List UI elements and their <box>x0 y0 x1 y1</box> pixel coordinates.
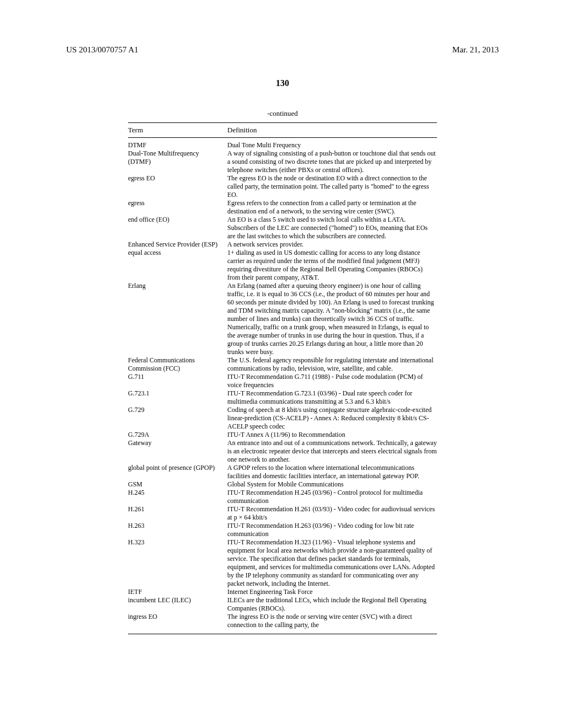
definition-cell: A GPOP refers to the location where inte… <box>227 464 437 480</box>
header-term: Term <box>128 125 227 135</box>
table-row: GSMGlobal System for Mobile Communicatio… <box>128 480 437 489</box>
page-header: US 2013/0070757 A1 Mar. 21, 2013 <box>66 44 499 55</box>
table-row: Dual-Tone Multifrequency (DTMF)A way of … <box>128 149 437 174</box>
definition-cell: ILECs are the traditional LECs, which in… <box>227 596 437 613</box>
definition-cell: ITU-T Recommendation G.723.1 (03/96) - D… <box>227 389 437 406</box>
table-row: egress EOThe egress EO is the node or de… <box>128 174 437 199</box>
definition-cell: ITU-T Recommendation H.323 (11/96) - Vis… <box>227 538 437 588</box>
term-cell: egress EO <box>128 174 227 199</box>
term-cell: Dual-Tone Multifrequency (DTMF) <box>128 149 227 174</box>
glossary-table: Term Definition DTMFDual Tone Multi Freq… <box>128 122 437 634</box>
table-body: DTMFDual Tone Multi FrequencyDual-Tone M… <box>128 138 437 634</box>
definition-cell: Dual Tone Multi Frequency <box>227 141 437 149</box>
table-row: Enhanced Service Provider (ESP)A network… <box>128 240 437 249</box>
publication-date: Mar. 21, 2013 <box>452 44 499 55</box>
definition-cell: 1+ dialing as used in US domestic callin… <box>227 249 437 282</box>
term-cell: egress <box>128 199 227 216</box>
term-cell: H.263 <box>128 522 227 538</box>
table-row: IETFInternet Engineering Task Force <box>128 588 437 596</box>
definition-cell: ITU-T Recommendation H.245 (03/96) - Con… <box>227 489 437 505</box>
term-cell: H.245 <box>128 489 227 505</box>
table-row: DTMFDual Tone Multi Frequency <box>128 141 437 149</box>
term-cell: Gateway <box>128 439 227 464</box>
table-row: H.245ITU-T Recommendation H.245 (03/96) … <box>128 489 437 505</box>
term-cell: end office (EO) <box>128 216 227 240</box>
definition-cell: An EO is a class 5 switch used to switch… <box>227 216 437 240</box>
table-row: G.729Coding of speech at 8 kbit/s using … <box>128 406 437 431</box>
table-row: G.729AITU-T Annex A (11/96) to Recommend… <box>128 431 437 439</box>
definition-cell: ITU-T Annex A (11/96) to Recommendation <box>227 431 437 439</box>
page-number: 130 <box>66 77 499 89</box>
term-cell: ingress EO <box>128 613 227 629</box>
term-cell: G.723.1 <box>128 389 227 406</box>
definition-cell: Coding of speech at 8 kbit/s using conju… <box>227 406 437 431</box>
term-cell: incumbent LEC (ILEC) <box>128 596 227 613</box>
table-row: H.261ITU-T Recommendation H.261 (03/93) … <box>128 505 437 522</box>
definition-cell: Global System for Mobile Communications <box>227 480 437 489</box>
term-cell: GSM <box>128 480 227 489</box>
term-cell: Erlang <box>128 282 227 356</box>
term-cell: H.323 <box>128 538 227 588</box>
table-row: ErlangAn Erlang (named after a queuing t… <box>128 282 437 356</box>
term-cell: G.729 <box>128 406 227 431</box>
definition-cell: Egress refers to the connection from a c… <box>227 199 437 216</box>
definition-cell: An Erlang (named after a queuing theory … <box>227 282 437 356</box>
definition-cell: The ingress EO is the node or serving wi… <box>227 613 437 629</box>
term-cell: Federal Communications Commission (FCC) <box>128 356 227 373</box>
definition-cell: An entrance into and out of a communicat… <box>227 439 437 464</box>
definition-cell: Internet Engineering Task Force <box>227 588 437 596</box>
term-cell: Enhanced Service Provider (ESP) <box>128 240 227 249</box>
table-row: global point of presence (GPOP)A GPOP re… <box>128 464 437 480</box>
table-row: H.323ITU-T Recommendation H.323 (11/96) … <box>128 538 437 588</box>
table-row: Federal Communications Commission (FCC)T… <box>128 356 437 373</box>
term-cell: G.711 <box>128 373 227 389</box>
definition-cell: ITU-T Recommendation H.261 (03/93) - Vid… <box>227 505 437 522</box>
term-cell: G.729A <box>128 431 227 439</box>
term-cell: IETF <box>128 588 227 596</box>
term-cell: DTMF <box>128 141 227 149</box>
table-row: end office (EO)An EO is a class 5 switch… <box>128 216 437 240</box>
definition-cell: The U.S. federal agency responsible for … <box>227 356 437 373</box>
definition-cell: ITU-T Recommendation H.263 (03/96) - Vid… <box>227 522 437 538</box>
publication-number: US 2013/0070757 A1 <box>66 44 138 55</box>
header-definition: Definition <box>227 125 437 135</box>
term-cell: H.261 <box>128 505 227 522</box>
table-header-row: Term Definition <box>128 122 437 138</box>
definition-cell: The egress EO is the node or destination… <box>227 174 437 199</box>
table-row: equal access1+ dialing as used in US dom… <box>128 249 437 282</box>
table-row: G.723.1ITU-T Recommendation G.723.1 (03/… <box>128 389 437 406</box>
table-row: GatewayAn entrance into and out of a com… <box>128 439 437 464</box>
continued-label: -continued <box>66 109 499 119</box>
definition-cell: A network services provider. <box>227 240 437 249</box>
table-row: incumbent LEC (ILEC)ILECs are the tradit… <box>128 596 437 613</box>
table-row: egressEgress refers to the connection fr… <box>128 199 437 216</box>
term-cell: global point of presence (GPOP) <box>128 464 227 480</box>
definition-cell: ITU-T Recommendation G.711 (1988) - Puls… <box>227 373 437 389</box>
table-row: G.711ITU-T Recommendation G.711 (1988) -… <box>128 373 437 389</box>
term-cell: equal access <box>128 249 227 282</box>
definition-cell: A way of signaling consisting of a push-… <box>227 149 437 174</box>
table-row: ingress EOThe ingress EO is the node or … <box>128 613 437 629</box>
table-row: H.263ITU-T Recommendation H.263 (03/96) … <box>128 522 437 538</box>
